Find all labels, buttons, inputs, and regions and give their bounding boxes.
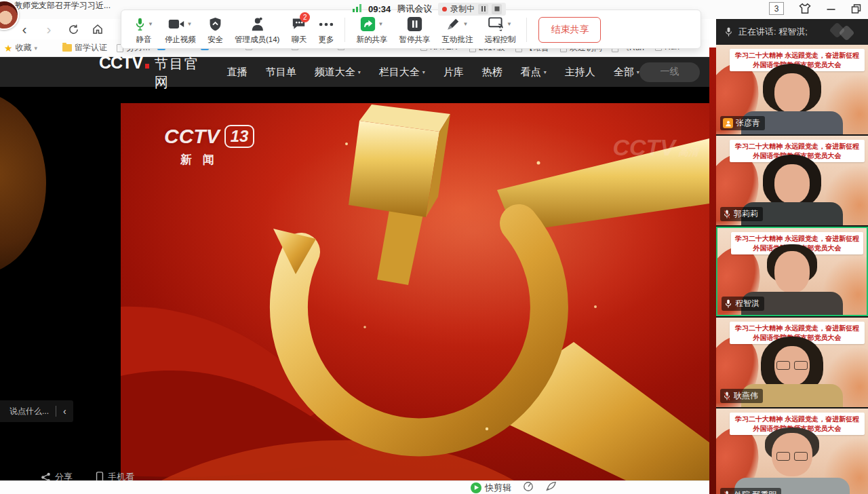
chevron-down-icon[interactable]: ▼ — [378, 21, 383, 27]
camera-icon — [168, 18, 184, 30]
share-icon — [41, 472, 51, 481]
new-share-button[interactable]: ▼ 新的共享 — [351, 13, 392, 47]
refresh-icon[interactable] — [64, 20, 83, 39]
star-icon: ★ — [4, 43, 13, 54]
participant-video — [738, 428, 846, 494]
bookmark-item[interactable]: 留学认证 — [62, 42, 107, 54]
chevron-left-icon[interactable]: ‹ — [63, 406, 66, 417]
nav-trending[interactable]: 热榜 — [482, 66, 502, 79]
participant-tile[interactable]: 学习二十大精神 永远跟党走，奋进新征程外国语学院教师支部党员大会 外院 邢秀明 — [716, 408, 868, 494]
phone-icon — [96, 472, 104, 480]
mic-muted-icon — [723, 210, 731, 219]
more-button[interactable]: 更多 — [313, 13, 338, 47]
search-input[interactable]: 一线 — [639, 62, 700, 82]
nav-hosts[interactable]: 主持人 — [565, 66, 595, 79]
video-player-area[interactable]: CCTV 13 新闻 CCTV 高清 说点什么... ‹ 分享 手机看 — [0, 87, 709, 480]
share-button[interactable]: 分享 — [41, 471, 73, 480]
annotate-button[interactable]: ▼ 互动批注 — [437, 13, 477, 47]
chat-button[interactable]: 2 聊天 — [286, 13, 311, 47]
stop-recording-button[interactable] — [492, 4, 502, 14]
clip-tool-button[interactable]: 快剪辑 — [471, 482, 511, 494]
watch-on-phone-button[interactable]: 手机看 — [96, 471, 134, 480]
nav-programs[interactable]: 栏目大全▾ — [379, 66, 425, 79]
more-icon — [319, 22, 334, 27]
meeting-status-bar: 09:34 腾讯会议 录制中 — [353, 2, 506, 16]
chevron-down-icon: ▾ — [358, 69, 361, 75]
toolbar-divider — [344, 18, 345, 42]
pause-share-icon — [407, 16, 422, 32]
participant-name-tag: 张彦青 — [720, 116, 765, 130]
chevron-down-icon: ▾ — [422, 69, 425, 75]
tab-count-badge[interactable]: 3 — [769, 2, 784, 15]
chevron-down-icon[interactable]: ▼ — [507, 21, 512, 27]
chevron-down-icon: ▾ — [35, 45, 38, 52]
remote-control-button[interactable]: ▼ 远程控制 — [479, 13, 520, 47]
minimize-button[interactable] — [826, 4, 836, 14]
participant-tile-active-speaker[interactable]: 学习二十大精神 永远跟党走，奋进新征程外国语学院教师支部党员大会 程智淇 — [716, 227, 868, 316]
video-frame[interactable]: CCTV 13 新闻 CCTV 高清 — [121, 103, 709, 480]
mute-button[interactable]: ▼ 静音 — [130, 13, 158, 47]
nav-highlights[interactable]: 看点▾ — [521, 66, 547, 79]
participant-tile[interactable]: 学习二十大精神 永远跟党走，奋进新征程外国语学院教师支部党员大会 张彦青 — [716, 45, 868, 134]
watermark: CCTV 高清 — [612, 134, 698, 161]
end-share-button[interactable]: 结束共享 — [538, 17, 601, 43]
theme-skin-icon[interactable] — [799, 3, 811, 14]
stop-video-button[interactable]: ▼ 停止视频 — [160, 13, 201, 47]
members-icon — [250, 17, 264, 31]
signal-icon — [353, 3, 362, 15]
nav-all[interactable]: 全部▾ — [614, 66, 639, 79]
toolbar-divider — [526, 18, 527, 42]
pause-recording-button[interactable] — [478, 4, 488, 14]
speaking-indicator-bar: 正在讲话: 程智淇; — [716, 19, 868, 45]
manage-members-button[interactable]: 管理成员(14) — [230, 13, 284, 47]
decorative-blob — [0, 92, 46, 274]
screenshot-timer-icon[interactable] — [523, 481, 534, 494]
chevron-down-icon[interactable]: ▼ — [186, 21, 192, 27]
mic-muted-icon — [723, 491, 731, 494]
security-button[interactable]: 安全 — [203, 13, 228, 47]
rocket-icon[interactable] — [545, 481, 557, 494]
meeting-time: 09:34 — [368, 4, 391, 14]
clip-tool-icon — [471, 482, 481, 493]
avatar-icon — [723, 118, 733, 128]
chat-unread-badge: 2 — [300, 12, 310, 22]
forward-icon[interactable]: › — [39, 20, 58, 39]
tab-title: 教师党支部召开学习习近... — [14, 0, 111, 12]
nav-schedule[interactable]: 节目单 — [266, 66, 296, 79]
site-logo[interactable]: CCTV 节目官网 — [99, 53, 203, 92]
remote-control-icon — [488, 17, 505, 32]
speaking-label: 正在讲话: 程智淇; — [738, 26, 808, 38]
nav-library[interactable]: 片库 — [443, 66, 464, 79]
meeting-logo-icon — [831, 24, 859, 39]
participant-name-tag: 外院 邢秀明 — [720, 488, 781, 494]
site-header: CCTV 节目官网 直播 节目单 频道大全▾ 栏目大全▾ 片库 热榜 看点▾ 主… — [0, 57, 709, 87]
restore-button[interactable] — [851, 4, 861, 14]
home-icon[interactable] — [88, 20, 107, 39]
mic-icon — [724, 299, 732, 309]
chevron-down-icon[interactable]: ▼ — [462, 21, 468, 27]
window-controls: 3 — [769, 2, 861, 15]
nav-live[interactable]: 直播 — [227, 66, 248, 79]
player-bottom-controls: 分享 手机看 — [41, 471, 134, 480]
meeting-video-panel: 正在讲话: 程智淇; 学习二十大精神 永远跟党走，奋进新征程外国语学院教师支部党… — [716, 19, 868, 494]
participant-tile[interactable]: 学习二十大精神 永远跟党走，奋进新征程外国语学院教师支部党员大会 郭莉莉 — [716, 136, 868, 225]
screen-edge-strip — [709, 48, 716, 494]
participant-tile[interactable]: 学习二十大精神 永远跟党走，奋进新征程外国语学院教师支部党员大会 耿燕伟 — [716, 318, 868, 407]
recording-label: 录制中 — [450, 3, 475, 15]
recording-chip: 录制中 — [438, 3, 506, 16]
new-share-icon — [360, 16, 376, 32]
participant-name-tag: 郭莉莉 — [720, 207, 763, 221]
danmaku-input[interactable]: 说点什么... ‹ — [0, 400, 73, 422]
favorites-menu[interactable]: ★ 收藏 ▾ — [4, 42, 37, 54]
mic-icon — [724, 26, 733, 38]
chevron-down-icon: ▾ — [544, 69, 547, 75]
participant-name-tag: 耿燕伟 — [720, 389, 763, 403]
folder-icon — [62, 44, 72, 52]
back-icon[interactable]: ‹ — [15, 20, 34, 39]
participant-name-tag: 程智淇 — [722, 297, 764, 311]
chevron-down-icon[interactable]: ▼ — [148, 21, 153, 27]
divider — [56, 406, 56, 417]
pause-share-button[interactable]: 暂停共享 — [394, 13, 435, 47]
nav-channels[interactable]: 频道大全▾ — [315, 66, 361, 79]
shield-icon — [209, 17, 222, 31]
